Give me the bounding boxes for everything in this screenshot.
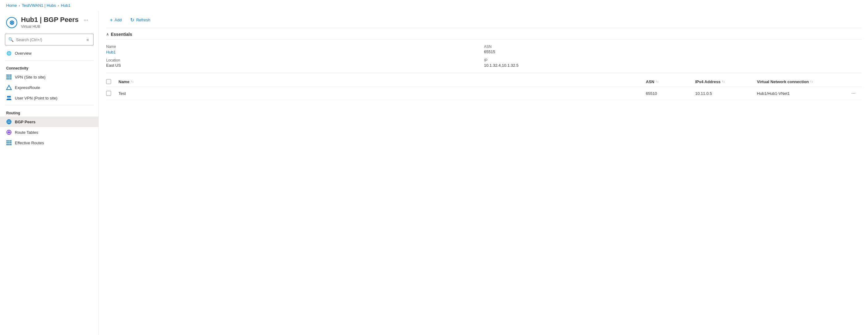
hub-more-button[interactable]: ··· bbox=[84, 17, 88, 23]
essentials-title: Essentials bbox=[111, 32, 132, 37]
svg-rect-2 bbox=[10, 75, 11, 76]
location-value: East US bbox=[106, 63, 484, 68]
expressroute-icon bbox=[6, 85, 12, 90]
name-label: Name bbox=[106, 45, 484, 49]
table-row: Test 65510 10.11.0.5 Hub1/Hub1-VNet1 ··· bbox=[106, 87, 862, 100]
svg-rect-3 bbox=[6, 76, 8, 78]
col-header-name: Name ↑↓ bbox=[119, 79, 646, 84]
svg-point-11 bbox=[9, 96, 11, 97]
sidebar-item-expressroute[interactable]: ExpressRoute bbox=[0, 82, 98, 93]
svg-rect-4 bbox=[8, 76, 9, 78]
routetables-icon bbox=[6, 130, 12, 135]
refresh-icon: ↻ bbox=[130, 17, 134, 23]
routing-divider bbox=[5, 105, 93, 105]
sidebar: ⊗ Hub1 | BGP Peers ··· Virtual HUB 🔍 « 🌐… bbox=[0, 11, 99, 335]
bgppeers-icon bbox=[6, 119, 12, 124]
row-more-button[interactable]: ··· bbox=[849, 90, 862, 97]
essentials-location: Location East US bbox=[106, 56, 484, 69]
sidebar-item-effectiveroutes[interactable]: Effective Routes bbox=[0, 138, 98, 148]
sidebar-item-label: User VPN (Point to site) bbox=[15, 96, 57, 101]
content-area: + Add ↻ Refresh ∧ Essentials Name Hub1 A… bbox=[99, 11, 868, 335]
svg-rect-27 bbox=[6, 144, 8, 145]
add-label: Add bbox=[115, 18, 122, 22]
breadcrumb: Home › TestVWAN1 | Hubs › Hub1 bbox=[0, 0, 868, 11]
row-ipv4: 10.11.0.5 bbox=[695, 91, 757, 96]
svg-rect-8 bbox=[10, 78, 11, 79]
essentials-name: Name Hub1 bbox=[106, 43, 484, 56]
sidebar-item-overview[interactable]: 🌐 Overview bbox=[0, 48, 98, 58]
asn-value: 65515 bbox=[484, 50, 862, 54]
sidebar-item-bgppeers[interactable]: BGP Peers bbox=[0, 116, 98, 127]
essentials-section-header: ∧ Essentials bbox=[106, 28, 862, 39]
svg-point-10 bbox=[7, 96, 9, 97]
hub-icon: ⊗ bbox=[6, 17, 17, 28]
row-name: Test bbox=[119, 91, 646, 96]
refresh-label: Refresh bbox=[136, 18, 150, 22]
col-header-asn: ASN ↑↓ bbox=[646, 79, 695, 84]
name-value[interactable]: Hub1 bbox=[106, 50, 116, 54]
essentials-chevron-icon[interactable]: ∧ bbox=[106, 32, 109, 36]
search-box: 🔍 « bbox=[5, 34, 93, 46]
sidebar-item-label: Route Tables bbox=[15, 130, 38, 135]
bgp-peers-table: Name ↑↓ ASN ↑↓ IPv4 Address ↑↓ Virtual N… bbox=[106, 77, 862, 100]
connectivity-divider bbox=[5, 60, 93, 61]
row-checkbox[interactable] bbox=[106, 91, 111, 96]
svg-rect-25 bbox=[10, 140, 11, 142]
col-header-ipv4: IPv4 Address ↑↓ bbox=[695, 79, 757, 84]
search-icon: 🔍 bbox=[8, 37, 13, 42]
svg-rect-5 bbox=[10, 76, 11, 78]
sidebar-item-label: Overview bbox=[15, 51, 31, 56]
location-label: Location bbox=[106, 58, 484, 62]
breadcrumb-hub1[interactable]: Hub1 bbox=[61, 3, 70, 8]
svg-rect-26 bbox=[10, 142, 11, 143]
svg-rect-22 bbox=[8, 140, 9, 142]
sidebar-item-routetables[interactable]: Route Tables bbox=[0, 127, 98, 138]
effectiveroutes-icon bbox=[6, 140, 12, 145]
globe-icon: 🌐 bbox=[6, 50, 12, 56]
sidebar-item-label: ExpressRoute bbox=[15, 85, 40, 90]
sort-name-icon[interactable]: ↑↓ bbox=[130, 80, 134, 83]
sidebar-item-uservpn[interactable]: User VPN (Point to site) bbox=[0, 93, 98, 103]
refresh-button[interactable]: ↻ Refresh bbox=[126, 15, 154, 25]
table-select-all-checkbox[interactable] bbox=[106, 79, 111, 84]
row-vnet: Hub1/Hub1-VNet1 bbox=[757, 91, 849, 96]
sort-vnet-icon[interactable]: ↑↓ bbox=[810, 80, 813, 83]
svg-rect-21 bbox=[6, 140, 8, 142]
sidebar-item-label: Effective Routes bbox=[15, 141, 44, 145]
svg-rect-7 bbox=[8, 78, 9, 79]
toolbar: + Add ↻ Refresh bbox=[106, 11, 862, 28]
collapse-sidebar-button[interactable]: « bbox=[85, 36, 90, 43]
col-header-vnet: Virtual Network connection ↑↓ bbox=[757, 79, 849, 84]
svg-rect-0 bbox=[6, 75, 8, 76]
sidebar-item-vpn[interactable]: VPN (Site to site) bbox=[0, 72, 98, 82]
svg-rect-28 bbox=[8, 144, 9, 145]
essentials-asn: ASN 65515 bbox=[484, 43, 862, 56]
sidebar-item-label: VPN (Site to site) bbox=[15, 75, 46, 79]
page-title: Hub1 | BGP Peers bbox=[21, 16, 79, 24]
svg-point-16 bbox=[8, 131, 10, 133]
essentials-ip: IP 10.1.32.4,10.1.32.5 bbox=[484, 56, 862, 69]
sort-ipv4-icon[interactable]: ↑↓ bbox=[722, 80, 725, 83]
sidebar-item-label: BGP Peers bbox=[15, 120, 35, 124]
add-button[interactable]: + Add bbox=[106, 16, 125, 25]
ip-value: 10.1.32.4,10.1.32.5 bbox=[484, 63, 862, 68]
breadcrumb-vwan[interactable]: TestVWAN1 | Hubs bbox=[22, 3, 56, 8]
sort-asn-icon[interactable]: ↑↓ bbox=[655, 80, 658, 83]
svg-rect-29 bbox=[10, 144, 11, 145]
uservpn-icon bbox=[6, 95, 12, 101]
row-asn: 65510 bbox=[646, 91, 695, 96]
table-header-row: Name ↑↓ ASN ↑↓ IPv4 Address ↑↓ Virtual N… bbox=[106, 77, 862, 87]
essentials-grid: Name Hub1 ASN 65515 Location East US IP … bbox=[106, 39, 862, 73]
hub-title-block: Hub1 | BGP Peers ··· Virtual HUB bbox=[21, 16, 88, 29]
connectivity-section-label: Connectivity bbox=[0, 62, 98, 72]
ip-label: IP bbox=[484, 58, 862, 62]
add-icon: + bbox=[110, 17, 113, 23]
svg-rect-1 bbox=[8, 75, 9, 76]
svg-rect-6 bbox=[6, 78, 8, 79]
svg-rect-24 bbox=[8, 142, 9, 143]
search-input[interactable] bbox=[16, 37, 71, 42]
svg-rect-23 bbox=[6, 142, 8, 143]
routing-section-label: Routing bbox=[0, 107, 98, 116]
breadcrumb-home[interactable]: Home bbox=[6, 3, 17, 8]
svg-marker-9 bbox=[6, 85, 11, 90]
